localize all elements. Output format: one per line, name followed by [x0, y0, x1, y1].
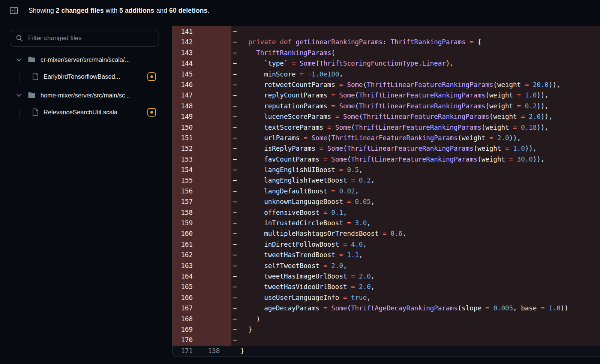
deletion-sign: − — [231, 218, 240, 228]
old-line-number: 158 — [172, 207, 194, 218]
deletion-sign: − — [231, 303, 240, 313]
no-sign — [231, 346, 240, 356]
new-line-number: 138 — [194, 346, 220, 356]
deleted-line-row: 163− selfTweetBoost = 2.0, — [172, 261, 600, 271]
line-number-gutter: 157 — [172, 196, 231, 207]
old-line-number: 162 — [172, 250, 194, 260]
line-number-gutter: 144 — [172, 58, 231, 69]
summary-text: . — [207, 7, 209, 14]
new-line-number — [194, 79, 220, 90]
filter-changed-files-box[interactable] — [10, 30, 159, 46]
code-line — [240, 26, 600, 37]
deletion-sign: − — [231, 58, 240, 69]
deleted-line-row: 146− retweetCountParams = Some(ThriftLin… — [172, 79, 600, 90]
code-line: langEnglishTweetBoost = 0.2, — [240, 175, 600, 186]
line-number-gutter: 154 — [172, 165, 231, 175]
line-number-gutter: 148 — [172, 101, 231, 111]
file-modified-badge — [147, 108, 156, 117]
line-number-gutter: 153 — [172, 154, 231, 165]
new-line-number — [194, 292, 220, 303]
code-line: } — [240, 346, 600, 356]
code-line: retweetCountParams = Some(ThriftLinearFe… — [240, 79, 600, 90]
deletion-sign: − — [231, 228, 240, 239]
line-number-gutter: 146 — [172, 79, 231, 90]
code-line: multipleHashtagsOrTrendsBoost = 0.6, — [240, 228, 600, 239]
code-line: urlParams = Some(ThriftLinearFeatureRank… — [240, 133, 600, 143]
line-number-gutter: 170 — [172, 335, 231, 345]
new-line-number — [194, 314, 220, 324]
line-number-gutter: 161 — [172, 239, 231, 250]
file-icon — [32, 73, 39, 80]
deletion-sign: − — [231, 239, 240, 250]
deleted-line-row: 156− langDefaultBoost = 0.02, — [172, 186, 600, 196]
sidebar-collapse-icon[interactable] — [8, 4, 20, 16]
deletion-sign: − — [231, 154, 240, 165]
new-line-number — [194, 154, 220, 165]
code-line: favCountParams = Some(ThriftLinearFeatur… — [240, 154, 600, 165]
code-line: langDefaultBoost = 0.02, — [240, 186, 600, 196]
changed-files-summary: Showing 2 changed files with 5 additions… — [28, 7, 209, 15]
tree-folder-children: RelevanceSearchUtil.scala — [10, 106, 156, 118]
chevron-down-icon[interactable] — [16, 57, 22, 63]
line-number-gutter: 145 — [172, 69, 231, 79]
folder-path-label: home-mixer/server/src/main/sc... — [40, 92, 130, 99]
deleted-line-row: 165− tweetHasVideoUrlBoost = 2.0, — [172, 282, 600, 292]
new-line-number — [194, 250, 220, 260]
line-number-gutter: 171138 — [172, 346, 231, 356]
deleted-line-row: 167− ageDecayParams = Some(ThriftAgeDeca… — [172, 303, 600, 313]
line-number-gutter: 155 — [172, 175, 231, 186]
file-diff-panel[interactable]: 141−142− private def getLinearRankingPar… — [172, 26, 600, 357]
folder-icon — [28, 56, 36, 63]
deletion-sign: − — [231, 186, 240, 196]
old-line-number: 150 — [172, 122, 194, 133]
old-line-number: 153 — [172, 154, 194, 165]
new-line-number — [194, 196, 220, 207]
chevron-down-icon[interactable] — [16, 92, 22, 99]
filter-changed-files-input[interactable] — [27, 34, 155, 42]
deleted-line-row: 152− isReplyParams = Some(ThriftLinearFe… — [172, 143, 600, 154]
code-line: luceneScoreParams = Some(ThriftLinearFea… — [240, 111, 600, 122]
folder-path-label: cr-mixer/server/src/main/scala/... — [40, 56, 130, 63]
deleted-line-row: 154− langEnglishUIBoost = 0.5, — [172, 165, 600, 175]
old-line-number: 163 — [172, 261, 194, 271]
line-number-gutter: 142 — [172, 37, 231, 47]
line-number-gutter: 151 — [172, 133, 231, 143]
old-line-number: 169 — [172, 324, 194, 335]
line-number-gutter: 163 — [172, 261, 231, 271]
changed-files-tree: cr-mixer/server/src/main/scala/...Earlyb… — [10, 54, 156, 118]
deleted-line-row: 170− — [172, 335, 600, 345]
old-line-number: 143 — [172, 48, 194, 58]
deletion-sign: − — [231, 196, 240, 207]
tree-folder-row[interactable]: home-mixer/server/src/main/sc... — [10, 90, 156, 100]
old-line-number: 171 — [172, 346, 194, 356]
new-line-number — [194, 58, 220, 69]
deletion-sign: − — [231, 314, 240, 324]
new-line-number — [194, 239, 220, 250]
line-number-gutter: 150 — [172, 122, 231, 133]
old-line-number: 159 — [172, 218, 194, 228]
tree-folder-row[interactable]: cr-mixer/server/src/main/scala/... — [10, 54, 156, 65]
summary-count: 2 changed files — [56, 7, 104, 14]
deleted-line-row: 161− inDirectFollowBoost = 4.0, — [172, 239, 600, 250]
old-line-number: 147 — [172, 90, 194, 100]
tree-folder-children: EarlybirdTensorflowBased... — [10, 71, 156, 82]
old-line-number: 146 — [172, 79, 194, 90]
deleted-line-row: 149− luceneScoreParams = Some(ThriftLine… — [172, 111, 600, 122]
line-number-gutter: 166 — [172, 292, 231, 303]
tree-file-row[interactable]: RelevanceSearchUtil.scala — [10, 106, 156, 118]
old-line-number: 152 — [172, 143, 194, 154]
line-number-gutter: 169 — [172, 324, 231, 335]
new-line-number — [194, 207, 220, 218]
line-number-gutter: 168 — [172, 314, 231, 324]
summary-count: 60 deletions — [169, 7, 207, 14]
search-icon — [16, 34, 23, 42]
old-line-number: 165 — [172, 282, 194, 292]
code-line: inDirectFollowBoost = 4.0, — [240, 239, 600, 250]
old-line-number: 144 — [172, 58, 194, 69]
old-line-number: 170 — [172, 335, 194, 345]
new-line-number — [194, 175, 220, 186]
old-line-number: 166 — [172, 292, 194, 303]
tree-file-row[interactable]: EarlybirdTensorflowBased... — [10, 71, 156, 82]
code-line: langEnglishUIBoost = 0.5, — [240, 165, 600, 175]
deletion-sign: − — [231, 335, 240, 345]
